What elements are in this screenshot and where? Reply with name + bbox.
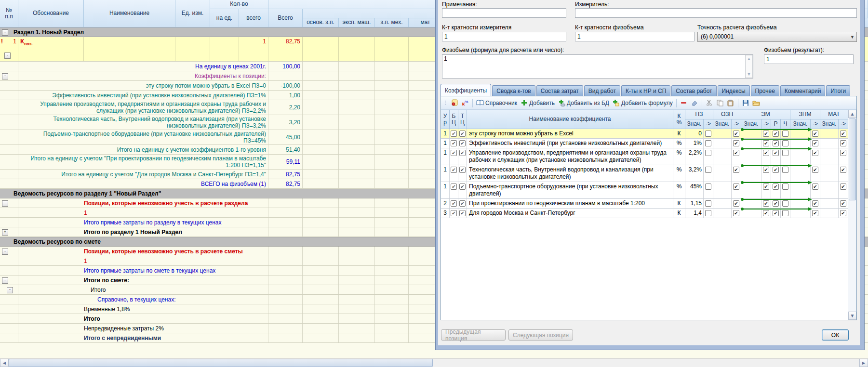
coef-level[interactable]: 1 [441, 182, 450, 198]
tab-к-ты-к-нр-и-сп[interactable]: К-ты к НР и СП [621, 85, 670, 96]
zpm-apply-checkbox-checked[interactable] [812, 140, 818, 146]
empty-cell[interactable] [175, 37, 210, 61]
row-value[interactable]: 82,75 [268, 179, 303, 188]
mat-value[interactable] [820, 199, 839, 208]
row-value[interactable] [268, 304, 303, 314]
em-apply-checkbox-checked[interactable] [763, 140, 769, 146]
empty-cell[interactable] [339, 208, 375, 217]
ozp-value[interactable] [713, 129, 732, 138]
precision-select[interactable]: (6) 0,000001 ▼ [697, 32, 857, 42]
empty-cell[interactable] [339, 295, 375, 304]
row-num-cell[interactable] [0, 179, 18, 188]
pz-apply-checkbox-unchecked[interactable] [705, 167, 711, 173]
empty-cell[interactable] [339, 37, 375, 61]
sub-header[interactable]: Знач. [820, 119, 839, 129]
zpm-value[interactable] [790, 148, 811, 165]
coef-unit[interactable]: % [673, 148, 685, 165]
coef-name[interactable]: Эффективность инвестиций (при установке … [467, 139, 673, 148]
zpm-apply-cell[interactable] [811, 209, 820, 218]
toolbar-grip[interactable]: ⋮ [443, 100, 448, 106]
base-price-checkbox-checked[interactable] [451, 184, 457, 190]
open-button[interactable] [752, 99, 760, 107]
em-value[interactable] [741, 139, 761, 148]
row-num-cell[interactable]: - [0, 285, 18, 294]
pz-apply-cell[interactable] [704, 182, 713, 198]
empty-cell[interactable] [339, 256, 375, 265]
zpm-value[interactable] [790, 182, 811, 198]
row-value[interactable] [268, 275, 303, 285]
coef-level[interactable]: 2 [441, 199, 450, 208]
empty-cell[interactable] [375, 247, 409, 256]
row-value[interactable] [268, 314, 303, 323]
col-header-name[interactable]: Наименование [84, 0, 175, 27]
row-description[interactable]: Итоги по смете: [18, 275, 268, 285]
empty-cell[interactable] [339, 71, 375, 80]
empty-cell[interactable] [303, 179, 339, 188]
em-r-cell[interactable] [771, 199, 781, 208]
coef-unit[interactable]: % [673, 182, 685, 198]
cur-price-checkbox-checked[interactable] [459, 200, 466, 207]
group-header-МАТ[interactable]: МАТ [820, 110, 848, 119]
row-description[interactable]: На единицу в ценах 2001г. [18, 62, 268, 71]
pz-value[interactable]: 1,4 [685, 209, 704, 218]
row-value[interactable]: 3,20 [268, 115, 303, 130]
coef-row[interactable]: 1Подъемно-транспортное оборудование (при… [441, 182, 848, 199]
row-value[interactable] [268, 266, 303, 275]
ozp-apply-cell[interactable] [732, 148, 741, 165]
col-header-coef-name[interactable]: Наименование коэффициента [467, 110, 673, 129]
col-header-machines[interactable]: эксп. маш. [339, 18, 375, 27]
empty-cell[interactable] [84, 37, 175, 61]
row-description[interactable]: Итого по разделу 1 Новый Раздел [18, 227, 268, 236]
mat-apply-cell[interactable] [839, 209, 848, 218]
empty-cell[interactable] [339, 266, 375, 275]
empty-cell[interactable] [339, 155, 375, 169]
empty-cell[interactable] [339, 130, 375, 144]
ozp-value[interactable] [713, 182, 732, 198]
cur-price-cell[interactable] [458, 148, 467, 165]
pz-apply-checkbox-unchecked[interactable] [705, 150, 711, 156]
empty-cell[interactable] [375, 145, 409, 154]
row-description[interactable]: Позиции, которые невозможно учесть в рас… [18, 198, 268, 208]
em-ch-checkbox-unchecked[interactable] [782, 210, 788, 216]
vertical-scrollbar-thumb[interactable] [849, 118, 856, 200]
mat-value[interactable] [820, 148, 839, 165]
row-description[interactable]: Временные 1,8% [18, 304, 268, 314]
empty-cell[interactable] [375, 81, 409, 90]
zpm-apply-cell[interactable] [811, 148, 820, 165]
em-r-checkbox-checked[interactable] [773, 200, 779, 207]
empty-cell[interactable] [339, 91, 375, 100]
em-apply-checkbox-checked[interactable] [763, 150, 769, 156]
row-description[interactable]: ВСЕГО на физобъем (1) [18, 179, 268, 188]
row-value[interactable]: 59,11 [268, 155, 303, 169]
em-r-cell[interactable] [771, 209, 781, 218]
zpm-apply-checkbox-checked[interactable] [812, 210, 818, 216]
add-button[interactable]: Добавить [520, 99, 555, 107]
row-num-cell[interactable] [0, 81, 18, 90]
empty-cell[interactable] [303, 256, 339, 265]
em-ch-checkbox-unchecked[interactable] [782, 184, 788, 190]
empty-cell[interactable] [375, 304, 409, 314]
row-value[interactable]: -100,00 [268, 81, 303, 90]
pz-value[interactable]: 3,2% [685, 165, 704, 182]
row-num-cell[interactable] [0, 333, 18, 342]
empty-cell[interactable] [303, 266, 339, 275]
copy-button[interactable] [716, 99, 724, 107]
toggle-collapse-icon[interactable]: - [2, 277, 8, 284]
coef-level[interactable]: 1 [441, 129, 450, 138]
spinner-down-icon[interactable]: ▼ [747, 72, 751, 77]
empty-cell[interactable] [339, 218, 375, 227]
base-price-cell[interactable] [450, 209, 458, 218]
scroll-up-icon[interactable]: ▲ [848, 110, 856, 118]
empty-cell[interactable] [375, 37, 409, 61]
row-description[interactable]: Справочно, в текущих ценах: [18, 295, 268, 304]
tab-состав-затрат[interactable]: Состав затрат [536, 85, 583, 96]
empty-cell[interactable] [339, 227, 375, 236]
cur-price-cell[interactable] [458, 129, 467, 138]
ozp-apply-checkbox-checked[interactable] [733, 200, 739, 207]
notes-input[interactable] [442, 8, 566, 18]
row-num-cell[interactable]: - [0, 198, 18, 208]
sub-header[interactable]: Знач. [741, 119, 761, 129]
tab-сводка-к-тов[interactable]: Сводка к-тов [492, 85, 535, 96]
tab-состав-работ[interactable]: Состав работ [671, 85, 716, 96]
save-button[interactable] [742, 99, 749, 107]
